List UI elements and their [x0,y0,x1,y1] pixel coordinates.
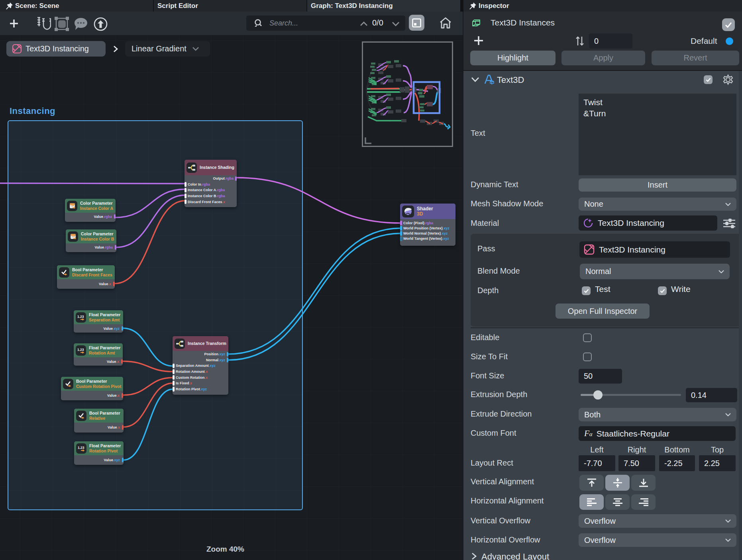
svg-text:1.23: 1.23 [78,446,84,450]
svg-text:1.23: 1.23 [77,348,84,352]
svg-text:1.23: 1.23 [77,315,84,319]
